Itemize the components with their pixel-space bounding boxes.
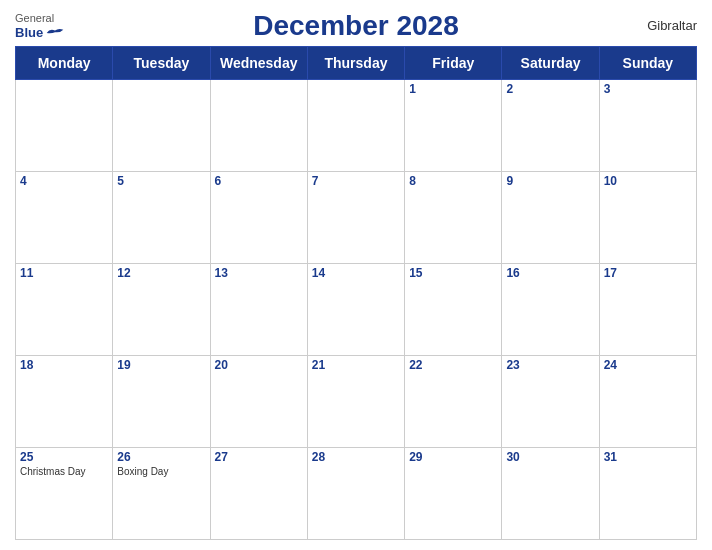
country-label: Gibraltar [647, 18, 697, 33]
day-number: 14 [312, 266, 400, 280]
calendar-week-4: 18192021222324 [16, 356, 697, 448]
holiday-label: Boxing Day [117, 466, 205, 477]
calendar-cell: 23 [502, 356, 599, 448]
calendar-cell: 18 [16, 356, 113, 448]
weekday-header-friday: Friday [405, 47, 502, 80]
calendar-cell [210, 80, 307, 172]
calendar-cell [307, 80, 404, 172]
calendar-cell: 13 [210, 264, 307, 356]
logo: General Blue [15, 12, 65, 41]
day-number: 16 [506, 266, 594, 280]
day-number: 18 [20, 358, 108, 372]
calendar-cell: 16 [502, 264, 599, 356]
day-number: 30 [506, 450, 594, 464]
logo-general-text: General [15, 12, 54, 25]
calendar-cell: 24 [599, 356, 696, 448]
holiday-label: Christmas Day [20, 466, 108, 477]
day-number: 24 [604, 358, 692, 372]
calendar-cell [113, 80, 210, 172]
day-number: 6 [215, 174, 303, 188]
day-number: 2 [506, 82, 594, 96]
calendar-cell: 22 [405, 356, 502, 448]
day-number: 13 [215, 266, 303, 280]
day-number: 28 [312, 450, 400, 464]
page-title: December 2028 [253, 10, 458, 42]
weekday-header-thursday: Thursday [307, 47, 404, 80]
calendar-cell: 20 [210, 356, 307, 448]
day-number: 10 [604, 174, 692, 188]
day-number: 15 [409, 266, 497, 280]
day-number: 9 [506, 174, 594, 188]
calendar-cell: 10 [599, 172, 696, 264]
calendar-cell: 17 [599, 264, 696, 356]
day-number: 3 [604, 82, 692, 96]
calendar-cell: 9 [502, 172, 599, 264]
calendar-cell: 19 [113, 356, 210, 448]
calendar-cell [16, 80, 113, 172]
calendar-cell: 5 [113, 172, 210, 264]
day-number: 25 [20, 450, 108, 464]
day-number: 7 [312, 174, 400, 188]
calendar-cell: 21 [307, 356, 404, 448]
calendar-week-5: 25Christmas Day26Boxing Day2728293031 [16, 448, 697, 540]
calendar-cell: 27 [210, 448, 307, 540]
calendar-cell: 25Christmas Day [16, 448, 113, 540]
weekday-header-monday: Monday [16, 47, 113, 80]
calendar-cell: 15 [405, 264, 502, 356]
calendar-cell: 4 [16, 172, 113, 264]
calendar-header: General Blue December 2028 Gibraltar [15, 10, 697, 42]
calendar-week-3: 11121314151617 [16, 264, 697, 356]
day-number: 22 [409, 358, 497, 372]
day-number: 21 [312, 358, 400, 372]
day-number: 8 [409, 174, 497, 188]
weekday-header-saturday: Saturday [502, 47, 599, 80]
calendar-week-1: 123 [16, 80, 697, 172]
calendar-cell: 14 [307, 264, 404, 356]
weekday-header-row: MondayTuesdayWednesdayThursdayFridaySatu… [16, 47, 697, 80]
calendar-week-2: 45678910 [16, 172, 697, 264]
logo-bird-icon [45, 26, 65, 40]
day-number: 26 [117, 450, 205, 464]
calendar-cell: 12 [113, 264, 210, 356]
calendar-cell: 29 [405, 448, 502, 540]
day-number: 12 [117, 266, 205, 280]
day-number: 11 [20, 266, 108, 280]
calendar-cell: 26Boxing Day [113, 448, 210, 540]
calendar-cell: 8 [405, 172, 502, 264]
calendar-cell: 7 [307, 172, 404, 264]
day-number: 5 [117, 174, 205, 188]
day-number: 1 [409, 82, 497, 96]
calendar-cell: 3 [599, 80, 696, 172]
weekday-header-tuesday: Tuesday [113, 47, 210, 80]
day-number: 4 [20, 174, 108, 188]
day-number: 29 [409, 450, 497, 464]
calendar-table: MondayTuesdayWednesdayThursdayFridaySatu… [15, 46, 697, 540]
day-number: 31 [604, 450, 692, 464]
calendar-cell: 6 [210, 172, 307, 264]
day-number: 27 [215, 450, 303, 464]
calendar-cell: 31 [599, 448, 696, 540]
day-number: 19 [117, 358, 205, 372]
logo-blue-text: Blue [15, 25, 43, 41]
calendar-cell: 11 [16, 264, 113, 356]
day-number: 23 [506, 358, 594, 372]
day-number: 20 [215, 358, 303, 372]
day-number: 17 [604, 266, 692, 280]
calendar-cell: 2 [502, 80, 599, 172]
calendar-cell: 30 [502, 448, 599, 540]
weekday-header-wednesday: Wednesday [210, 47, 307, 80]
calendar-cell: 28 [307, 448, 404, 540]
weekday-header-sunday: Sunday [599, 47, 696, 80]
calendar-cell: 1 [405, 80, 502, 172]
